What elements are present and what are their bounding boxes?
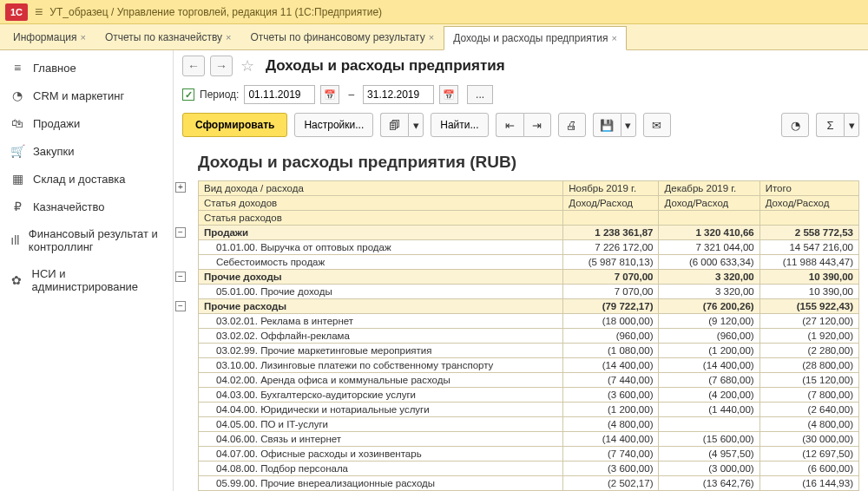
tab-3[interactable]: Доходы и расходы предприятия× (444, 26, 627, 50)
sidebar-item-6[interactable]: ıllФинансовый результат и контроллинг (0, 220, 173, 260)
row-value: (960,00) (563, 329, 659, 344)
page-title: Доходы и расходы предприятия (266, 57, 505, 75)
page-header: ← → ☆ Доходы и расходы предприятия (174, 50, 868, 82)
row-value: 3 320,00 (659, 285, 760, 299)
col-total: Итого (760, 181, 858, 196)
col-type: Вид дохода / расхода (199, 181, 563, 196)
row-value: (2 280,00) (760, 344, 858, 358)
burger-icon[interactable]: ≡ (35, 4, 43, 20)
close-icon[interactable]: × (80, 32, 85, 43)
report-title: Доходы и расходы предприятия (RUB) (198, 153, 859, 172)
sidebar-item-7[interactable]: ✿НСИ и администрирование (0, 260, 173, 300)
row-label: 04.08.00. Подбор персонала (199, 462, 563, 476)
nav-forward-button[interactable]: → (210, 56, 233, 76)
print-icon[interactable]: 🖨 (558, 113, 586, 137)
sum-icon[interactable]: Σ (816, 113, 844, 137)
period-to-input[interactable] (363, 85, 434, 104)
tab-0[interactable]: Информация× (3, 25, 95, 49)
row-value: (5 987 810,13) (563, 255, 659, 270)
tree-toggle[interactable]: − (175, 272, 186, 282)
sum-dropdown-icon[interactable]: ▾ (844, 113, 859, 137)
close-icon[interactable]: × (611, 33, 616, 43)
row-value: (12 697,50) (760, 447, 858, 462)
content: ← → ☆ Доходы и расходы предприятия ✓ Пер… (174, 50, 868, 491)
expand-icon[interactable]: ⇥ (523, 113, 551, 137)
sidebar-item-5[interactable]: ₽Казначейство (0, 193, 173, 220)
generate-button[interactable]: Сформировать (182, 113, 287, 137)
sidebar-item-0[interactable]: ≡Главное (0, 54, 173, 82)
save-icon[interactable]: 💾 (593, 113, 621, 137)
table-row: 03.02.02. Оффлайн-реклама(960,00)(960,00… (199, 329, 859, 344)
tree-toggle-root[interactable]: + (175, 182, 186, 193)
tab-label: Доходы и расходы предприятия (453, 32, 608, 44)
row-value: (7 800,00) (760, 388, 858, 403)
table-row: 04.02.00. Аренда офиса и коммунальные ра… (199, 373, 859, 388)
copy-icon[interactable]: 🗐 (380, 113, 408, 137)
metric-dec: Доход/Расход (659, 196, 760, 211)
settings-button[interactable]: Настройки... (294, 113, 373, 137)
row-value: (16 144,93) (760, 476, 858, 491)
row-value: (30 000,00) (760, 432, 858, 447)
row-value: (1 080,00) (563, 344, 659, 358)
row-value: 10 390,00 (760, 285, 858, 299)
calendar-from-icon[interactable]: 📅 (320, 85, 339, 104)
favorite-star-icon[interactable]: ☆ (238, 56, 257, 75)
table-subheader-1: Статья доходов Доход/Расход Доход/Расход… (199, 196, 859, 211)
chart-icon[interactable]: ◔ (781, 113, 809, 137)
close-icon[interactable]: × (226, 32, 231, 43)
row-value: (1 200,00) (563, 403, 659, 417)
nav-icon: 🛍 (10, 116, 24, 130)
row-label: 05.01.00. Прочие доходы (199, 285, 563, 299)
tabs-bar: Информация×Отчеты по казначейству×Отчеты… (0, 24, 868, 50)
period-more-button[interactable]: ... (467, 85, 493, 104)
row-value: (2 640,00) (760, 403, 858, 417)
row-value: (6 600,00) (760, 462, 858, 476)
email-icon[interactable]: ✉ (643, 113, 671, 137)
row-value: (14 400,00) (563, 432, 659, 447)
sidebar-item-1[interactable]: ◔CRM и маркетинг (0, 82, 173, 109)
sidebar-item-2[interactable]: 🛍Продажи (0, 109, 173, 137)
tab-2[interactable]: Отчеты по финансовому результату× (241, 25, 444, 49)
row-value: (155 922,43) (760, 299, 858, 314)
row-value: (1 440,00) (659, 403, 760, 417)
row-value: 7 226 172,00 (563, 240, 659, 255)
row-value: 14 547 216,00 (760, 240, 858, 255)
row-label: 04.03.00. Бухгалтерско-аудиторские услуг… (199, 388, 563, 403)
row-value: (4 957,50) (659, 447, 760, 462)
row-label: Себестоимость продаж (199, 255, 563, 270)
row-value: (11 988 443,47) (760, 255, 858, 270)
calendar-to-icon[interactable]: 📅 (439, 85, 458, 104)
row-value (659, 417, 760, 432)
row-value: (3 600,00) (563, 388, 659, 403)
nav-label: Казначейство (33, 200, 104, 213)
table-row: Прочие расходы(79 722,17)(76 200,26)(155… (199, 299, 859, 314)
sidebar-item-4[interactable]: ▦Склад и доставка (0, 165, 173, 193)
report-area: Доходы и расходы предприятия (RUB) + Вид… (174, 142, 868, 491)
period-checkbox[interactable]: ✓ (182, 88, 194, 101)
metric-total: Доход/Расход (760, 196, 858, 211)
nav-label: Закупки (33, 145, 74, 158)
nav-back-button[interactable]: ← (182, 56, 205, 76)
collapse-icon[interactable]: ⇤ (496, 113, 523, 137)
titlebar: 1C ≡ УТ_образец / Управление торговлей, … (0, 0, 868, 24)
copy-dropdown-icon[interactable]: ▾ (408, 113, 424, 137)
tree-toggle[interactable]: − (175, 227, 186, 238)
table-row: Прочие доходы7 070,003 320,0010 390,00 (199, 270, 859, 285)
row-value: (1 200,00) (659, 344, 760, 358)
row-label: 04.05.00. ПО и IT-услуги (199, 417, 563, 432)
close-icon[interactable]: × (429, 32, 434, 43)
save-dropdown-icon[interactable]: ▾ (621, 113, 636, 137)
nav-label: Главное (33, 62, 76, 75)
row-value: 2 558 772,53 (760, 226, 858, 240)
tree-toggle[interactable]: − (175, 301, 186, 311)
period-row: ✓ Период: 📅 – 📅 ... (174, 82, 868, 108)
row-value: 1 238 361,87 (563, 226, 659, 240)
row-value: (76 200,26) (659, 299, 760, 314)
row-label: Прочие доходы (199, 270, 563, 285)
tab-1[interactable]: Отчеты по казначейству× (95, 25, 241, 49)
col-nov: Ноябрь 2019 г. (563, 181, 659, 196)
sidebar-item-3[interactable]: 🛒Закупки (0, 137, 173, 165)
row-label: Продажи (199, 226, 563, 240)
find-button[interactable]: Найти... (431, 113, 488, 137)
period-from-input[interactable] (244, 85, 315, 104)
